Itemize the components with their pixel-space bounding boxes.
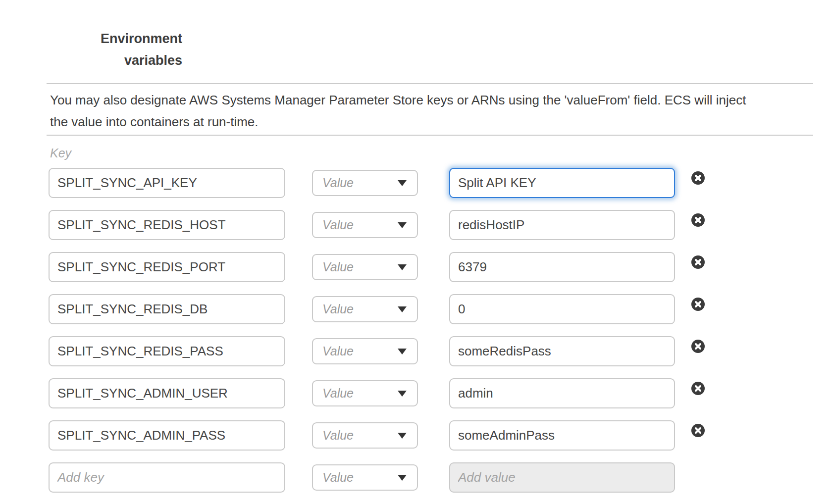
env-value-input[interactable] <box>449 336 675 366</box>
env-var-row: Value <box>0 210 831 240</box>
env-value-input[interactable] <box>449 210 675 240</box>
delete-row-button[interactable] <box>691 213 705 227</box>
delete-row-button[interactable] <box>691 171 705 185</box>
env-key-input[interactable] <box>49 336 285 366</box>
value-type-label: Value <box>322 176 354 190</box>
label-line-1: Environment <box>50 28 182 50</box>
chevron-down-icon <box>398 306 407 312</box>
value-type-dropdown[interactable]: Value <box>312 254 418 280</box>
value-type-dropdown[interactable]: Value <box>312 296 418 322</box>
chevron-down-icon <box>398 433 407 439</box>
env-key-input[interactable] <box>49 168 285 198</box>
env-key-input[interactable] <box>49 252 285 282</box>
value-type-label: Value <box>322 386 354 401</box>
hint-line-2: the value into containers at run-time. <box>50 111 746 133</box>
chevron-down-icon <box>398 180 407 186</box>
delete-row-button[interactable] <box>691 298 705 311</box>
env-key-input[interactable] <box>49 210 285 240</box>
env-var-row: Value <box>0 168 831 198</box>
value-type-dropdown[interactable]: Value <box>312 170 418 196</box>
add-key-input[interactable] <box>49 462 285 493</box>
value-type-dropdown[interactable]: Value <box>312 380 418 406</box>
key-column-label: Key <box>50 146 71 160</box>
value-type-dropdown[interactable]: Value <box>312 464 418 491</box>
env-key-input[interactable] <box>49 378 285 408</box>
value-type-label: Value <box>322 470 354 485</box>
chevron-down-icon <box>398 475 407 481</box>
delete-row-button[interactable] <box>691 424 705 437</box>
chevron-down-icon <box>398 264 407 270</box>
delete-x-icon <box>691 340 705 353</box>
delete-x-icon <box>691 424 705 437</box>
delete-row-button[interactable] <box>691 340 705 353</box>
value-type-label: Value <box>322 344 354 358</box>
delete-x-icon <box>691 298 705 311</box>
env-value-input[interactable] <box>449 252 675 282</box>
environment-variables-label: Environment variables <box>50 28 182 71</box>
value-type-dropdown[interactable]: Value <box>312 338 418 364</box>
delete-row-button[interactable] <box>691 382 705 395</box>
env-var-row: Value <box>0 252 831 282</box>
value-type-label: Value <box>322 260 354 274</box>
chevron-down-icon <box>398 222 407 228</box>
delete-x-icon <box>691 171 705 185</box>
value-type-label: Value <box>322 428 354 443</box>
add-value-input[interactable] <box>449 462 675 493</box>
divider-top <box>47 83 813 84</box>
value-type-label: Value <box>322 302 354 316</box>
environment-variables-form: Environment variables You may also desig… <box>0 0 831 504</box>
delete-x-icon <box>691 382 705 395</box>
delete-x-icon <box>691 213 705 227</box>
add-env-var-row: Value <box>0 462 831 493</box>
env-value-input[interactable] <box>449 420 675 451</box>
chevron-down-icon <box>398 349 407 354</box>
chevron-down-icon <box>398 391 407 397</box>
env-key-input[interactable] <box>49 294 285 324</box>
delete-row-button[interactable] <box>691 255 705 269</box>
delete-x-icon <box>691 255 705 269</box>
env-value-input[interactable] <box>449 168 675 198</box>
label-line-2: variables <box>50 50 182 71</box>
env-value-input[interactable] <box>449 294 675 324</box>
value-type-label: Value <box>322 218 354 232</box>
env-var-row: Value <box>0 378 831 408</box>
env-var-row: Value <box>0 420 831 451</box>
env-var-row: Value <box>0 336 831 366</box>
env-value-input[interactable] <box>449 378 675 408</box>
divider-bottom <box>47 135 813 136</box>
env-key-input[interactable] <box>49 420 285 451</box>
value-from-hint-text: You may also designate AWS Systems Manag… <box>50 89 746 133</box>
value-type-dropdown[interactable]: Value <box>312 212 418 238</box>
value-type-dropdown[interactable]: Value <box>312 422 418 449</box>
hint-line-1: You may also designate AWS Systems Manag… <box>50 89 746 111</box>
env-var-row: Value <box>0 294 831 324</box>
